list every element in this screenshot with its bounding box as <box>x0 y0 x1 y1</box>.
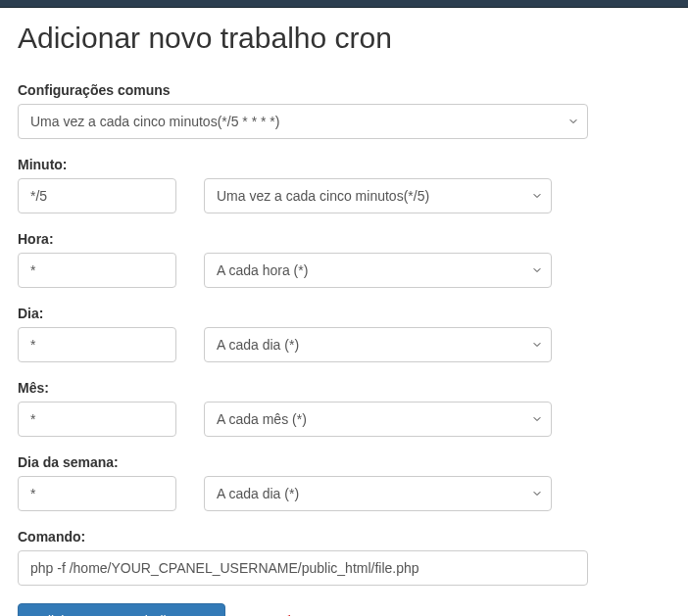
minute-group: Minuto: Uma vez a cada cinco minutos(*/5… <box>18 157 670 213</box>
day-select[interactable]: A cada dia (*) <box>204 327 552 362</box>
top-bar <box>0 0 688 8</box>
weekday-row: A cada dia (*) <box>18 476 670 511</box>
weekday-group: Dia da semana: A cada dia (*) <box>18 454 670 511</box>
month-select[interactable]: A cada mês (*) <box>204 402 552 437</box>
minute-label: Minuto: <box>18 157 670 172</box>
arrow-left-icon <box>274 611 372 616</box>
command-input[interactable] <box>18 550 588 586</box>
minute-select[interactable]: Uma vez a cada cinco minutos(*/5) <box>204 178 552 213</box>
weekday-input[interactable] <box>18 476 176 511</box>
day-row: A cada dia (*) <box>18 327 670 362</box>
month-group: Mês: A cada mês (*) <box>18 380 670 437</box>
common-settings-select[interactable]: Uma vez a cada cinco minutos(*/5 * * * *… <box>18 104 588 139</box>
form-container: Adicionar novo trabalho cron Configuraçõ… <box>0 8 688 616</box>
submit-row: Adicionar novo trabalho cron <box>18 603 670 616</box>
minute-row: Uma vez a cada cinco minutos(*/5) <box>18 178 670 213</box>
command-group: Comando: <box>18 529 670 586</box>
hour-group: Hora: A cada hora (*) <box>18 231 670 288</box>
hour-row: A cada hora (*) <box>18 253 670 288</box>
command-label: Comando: <box>18 529 670 545</box>
month-label: Mês: <box>18 380 670 396</box>
submit-button[interactable]: Adicionar novo trabalho cron <box>18 603 225 616</box>
weekday-label: Dia da semana: <box>18 454 670 470</box>
day-label: Dia: <box>18 306 670 321</box>
hour-input[interactable] <box>18 253 176 288</box>
day-input[interactable] <box>18 327 176 362</box>
page-title: Adicionar novo trabalho cron <box>18 22 670 55</box>
hour-select[interactable]: A cada hora (*) <box>204 253 552 288</box>
weekday-select[interactable]: A cada dia (*) <box>204 476 552 511</box>
month-row: A cada mês (*) <box>18 402 670 437</box>
month-input[interactable] <box>18 402 176 437</box>
minute-input[interactable] <box>18 178 176 213</box>
day-group: Dia: A cada dia (*) <box>18 306 670 362</box>
common-settings-label: Configurações comuns <box>18 82 670 98</box>
common-settings-group: Configurações comuns Uma vez a cada cinc… <box>18 82 670 139</box>
hour-label: Hora: <box>18 231 670 247</box>
